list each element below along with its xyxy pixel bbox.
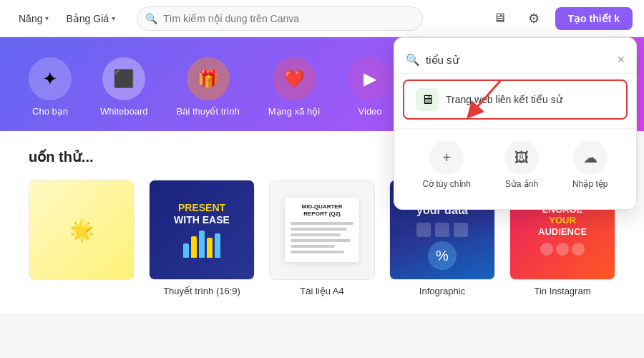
cat-icon-whiteboard: ⬛	[102, 57, 145, 100]
header-search-area: 🔍	[137, 6, 472, 31]
nav-item-nang[interactable]: Năng ▾	[11, 9, 56, 29]
dropdown-search-row: 🔍 tiểu sử ×	[394, 47, 636, 74]
quick-action-edit-label: Sửa ảnh	[505, 179, 538, 189]
result-icon: 🖥	[416, 88, 439, 111]
template-name-document: Tài liệu A4	[269, 286, 375, 296]
cat-icon-cho-ban: ✦	[29, 57, 72, 100]
quick-action-edit-photo[interactable]: 🖼 Sửa ảnh	[499, 135, 545, 195]
cat-item-presentation[interactable]: 🎁 Bài thuyết trình	[176, 57, 239, 131]
template-name-instagram: Tin Instagram	[509, 286, 615, 296]
settings-icon[interactable]: ⚙	[521, 6, 547, 32]
search-dropdown: 🔍 tiểu sử × 🖥 Trang web liên kết tiểu sử…	[394, 37, 637, 210]
cat-item-social[interactable]: ❤️ Mạng xã hội	[268, 57, 320, 131]
cat-label-cho-ban: Cho bạn	[32, 106, 68, 117]
cat-item-video[interactable]: ▶ Video	[348, 57, 391, 131]
cat-label-social: Mạng xã hội	[268, 106, 320, 117]
search-wrap: 🔍	[137, 6, 423, 31]
thumb-document: MID-QUARTER REPORT (Q2)	[269, 180, 375, 280]
template-name-presentation: Thuyết trình (16:9)	[149, 286, 255, 296]
cat-icon-social: ❤️	[273, 57, 316, 100]
search-icon: 🔍	[145, 13, 157, 24]
cat-label-presentation: Bài thuyết trình	[176, 106, 239, 117]
nav-bar: Năng ▾ Bảng Giá ▾	[11, 9, 122, 29]
thumb-partial: 🌟	[29, 180, 135, 280]
nav-label-nang: Năng	[19, 13, 42, 24]
quick-action-import-label: Nhập tệp	[572, 179, 608, 189]
chevron-down-icon-nang: ▾	[45, 14, 49, 22]
presentation-text: PRESENT WITH EASE	[174, 202, 230, 226]
template-card-partial[interactable]: 🌟	[29, 180, 135, 296]
edit-photo-icon: 🖼	[504, 140, 539, 175]
plus-icon: +	[429, 140, 464, 175]
header-right: 🖥 ⚙ Tạo thiết k	[487, 6, 633, 32]
nav-item-bangia[interactable]: Bảng Giá ▾	[59, 9, 122, 29]
dropdown-result-highlighted[interactable]: 🖥 Trang web liên kết tiểu sử	[403, 79, 628, 120]
cat-item-cho-ban[interactable]: ✦ Cho bạn	[29, 57, 72, 131]
document-title: MID-QUARTER REPORT (Q2)	[291, 203, 353, 218]
chevron-down-icon-bangia: ▾	[112, 14, 115, 22]
dropdown-search-icon: 🔍	[406, 53, 420, 67]
thumb-presentation: PRESENT WITH EASE	[149, 180, 255, 280]
cat-icon-presentation: 🎁	[187, 57, 230, 100]
create-button[interactable]: Tạo thiết k	[555, 7, 633, 30]
template-card-presentation[interactable]: PRESENT WITH EASE Thuyết trình (16:9)	[149, 180, 255, 296]
close-icon[interactable]: ×	[617, 52, 625, 67]
nav-label-bangia: Bảng Giá	[66, 13, 109, 24]
cat-label-whiteboard: Whiteboard	[100, 106, 147, 117]
cat-icon-video: ▶	[348, 57, 391, 100]
monitor-icon[interactable]: 🖥	[487, 6, 512, 32]
cat-item-whiteboard[interactable]: ⬛ Whiteboard	[100, 57, 147, 131]
search-input[interactable]	[137, 6, 423, 31]
upload-icon: ☁	[573, 140, 608, 175]
cat-label-video: Video	[358, 106, 382, 117]
template-card-document[interactable]: MID-QUARTER REPORT (Q2) Tài liệu A4	[269, 180, 375, 296]
dropdown-search-text: tiểu sử	[426, 54, 617, 67]
header: Năng ▾ Bảng Giá ▾ 🔍 🖥 ⚙ Tạo thiết k	[0, 0, 644, 37]
quick-action-flag[interactable]: + Cờ tùy chỉnh	[417, 135, 477, 195]
result-text: Trang web liên kết tiểu sử	[446, 94, 562, 105]
quick-action-import[interactable]: ☁ Nhập tệp	[567, 135, 613, 195]
template-name-infographic: Infographic	[389, 286, 495, 296]
quick-actions: + Cờ tùy chỉnh 🖼 Sửa ảnh ☁ Nhập tệp	[394, 128, 636, 200]
bar-chart	[183, 229, 220, 258]
quick-action-flag-label: Cờ tùy chỉnh	[423, 179, 471, 189]
